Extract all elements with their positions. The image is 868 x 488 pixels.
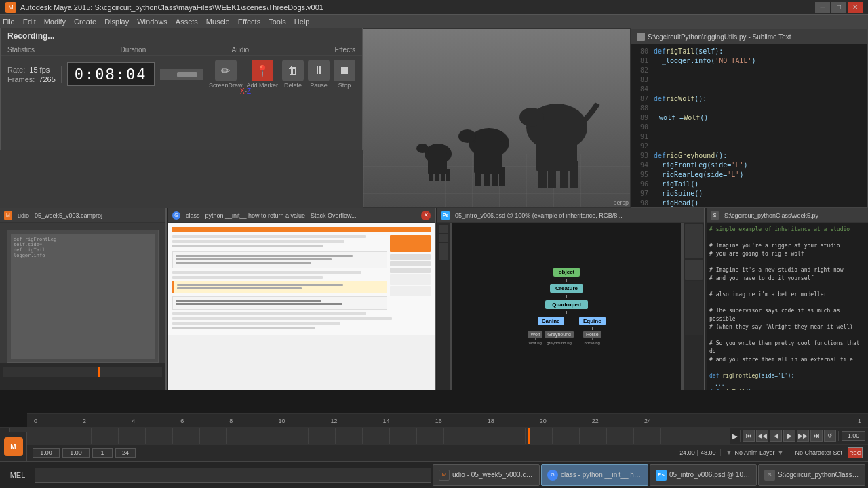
mel-label: MEL xyxy=(3,464,33,486)
no-character-set-section: No Character Set REC xyxy=(789,447,868,458)
frames-value: 7265 xyxy=(39,75,55,83)
screen-draw-button[interactable]: ✏ ScreenDraw xyxy=(209,60,243,89)
stats-label: Statistics xyxy=(7,46,35,54)
taskbar-item-chrome[interactable]: G class - python __init__ how to return … xyxy=(541,464,648,486)
sublime-text-window[interactable]: S:\cgcircuitPython\riggingUtils.py - Sub… xyxy=(631,28,868,208)
anim-layer-bar: 24.00 | 48.00 ▼ No Anim Layer ▼ No Chara… xyxy=(27,444,868,461)
maya-logo: M xyxy=(4,437,23,456)
diag-wolf-rig: wolf rig xyxy=(529,341,542,345)
transport-right-scroll[interactable]: ▶ xyxy=(730,432,740,440)
transport-bar: ◀ ▶ ⏮ ◀◀ ◀ ▶ ▶▶ ⏭ ↺ xyxy=(0,427,868,444)
current-frame-display[interactable] xyxy=(62,448,90,458)
rate-value: 15 fps xyxy=(29,66,50,74)
skip-to-start-button[interactable]: ⏮ xyxy=(743,430,755,442)
maya-3d-viewport[interactable]: persp xyxy=(363,28,631,208)
svg-rect-3 xyxy=(548,161,556,188)
taskbar-item-maya[interactable]: M udio - 05_week5_v003.camproj xyxy=(433,464,540,486)
stop-button[interactable]: ⏹ Stop xyxy=(334,60,355,89)
viewport-inner: persp xyxy=(363,29,630,207)
sublime-title: S:\cgcircuitPython\riggingUtils.py - Sub… xyxy=(648,33,791,41)
recording-timer: 0:08:04 xyxy=(67,62,155,86)
maya-corner-icon-area: M xyxy=(0,432,27,461)
diag-canine: Canine xyxy=(538,317,564,325)
next-frame-button[interactable]: ▶▶ xyxy=(797,430,809,442)
skip-to-end-button[interactable]: ⏭ xyxy=(810,430,823,442)
menu-muscle[interactable]: Muscle xyxy=(206,18,230,26)
window-titlebar: M Autodesk Maya 2015: S:\cgcircuit_pytho… xyxy=(0,0,868,15)
menu-tools[interactable]: Tools xyxy=(269,18,286,26)
menu-effects[interactable]: Effects xyxy=(238,18,260,26)
range-end-input[interactable] xyxy=(115,448,136,458)
svg-point-6 xyxy=(519,108,544,127)
no-anim-layer-label: No Anim Layer xyxy=(735,449,775,456)
thumb-maya-content: def rigFrontLeg self.side= def rigTail l… xyxy=(0,223,165,390)
svg-rect-9 xyxy=(475,167,481,186)
frame-num-input[interactable] xyxy=(92,448,113,458)
no-character-set-button[interactable]: REC xyxy=(848,447,863,458)
play-back-button[interactable]: ◀ xyxy=(770,430,782,442)
thumb-so-content xyxy=(168,223,435,336)
diag-wolf: Wolf xyxy=(528,331,542,338)
menu-modify[interactable]: Modify xyxy=(44,18,66,26)
no-character-set-label: No Character Set xyxy=(795,449,842,456)
playhead xyxy=(528,428,530,444)
thumb-ps-content: object Creature Quadruped Canine Wolf xyxy=(437,223,704,390)
speed-input[interactable] xyxy=(842,431,865,441)
recording-panel: ▶ Camtasia Recorder ─ ✕ Recording... Sta… xyxy=(0,15,363,150)
play-forward-button[interactable]: ▶ xyxy=(783,430,795,442)
recording-progress-fill xyxy=(177,72,197,77)
rate-label: Rate: xyxy=(7,66,25,74)
taskbar-chrome-label: class - python __init__ how to return a … xyxy=(561,471,642,479)
mel-input[interactable] xyxy=(35,468,431,483)
taskbar-item-sublime[interactable]: S S:\cgcircuit_pythonClass\week5.py xyxy=(758,464,865,486)
thumb-stackoverflow[interactable]: G class - python __init__ how to return … xyxy=(168,208,436,390)
taskbar-sublime-icon: S xyxy=(764,470,775,481)
diag-object: object xyxy=(553,268,580,277)
maya-menubar: File Edit Modify Create Display Windows … xyxy=(0,15,868,28)
menu-file[interactable]: File xyxy=(3,18,15,26)
delete-button[interactable]: 🗑 Delete xyxy=(282,60,304,89)
timeline-strip[interactable] xyxy=(10,428,730,444)
thumb-photoshop[interactable]: Ps 05_intro_v006.psd @ 100% (example of … xyxy=(437,208,705,390)
range-start-input[interactable] xyxy=(33,448,60,458)
thumb-so-title: class - python __init__ how to return a … xyxy=(186,212,418,219)
thumb-so-close[interactable]: ✕ xyxy=(421,211,431,220)
prev-frame-button[interactable]: ◀◀ xyxy=(756,430,768,442)
pause-button[interactable]: ⏸ Pause xyxy=(308,60,330,89)
maximize-button[interactable]: □ xyxy=(831,2,846,13)
timeline-numbers-bar: 0 2 4 6 8 10 12 14 16 18 20 22 24 1 xyxy=(27,413,868,427)
menu-create[interactable]: Create xyxy=(74,18,96,26)
menu-edit[interactable]: Edit xyxy=(23,18,36,26)
frame-range-left xyxy=(27,448,675,458)
svg-rect-2 xyxy=(538,161,547,188)
taskbar-ps-icon: Ps xyxy=(656,470,667,481)
svg-rect-10 xyxy=(484,167,490,186)
taskbar-maya-icon: M xyxy=(439,470,450,481)
thumb-sublime-small[interactable]: S S:\cgcircuit_pythonClass\week5.py # si… xyxy=(707,208,868,390)
menu-assets[interactable]: Assets xyxy=(176,18,198,26)
menu-windows[interactable]: Windows xyxy=(137,18,167,26)
dogs-silhouette xyxy=(363,29,630,207)
sublime-code-area[interactable]: 80def rigTail(self): 81_logger.info('NO … xyxy=(631,44,867,207)
loop-button[interactable]: ↺ xyxy=(824,430,836,442)
diag-equine: Equine xyxy=(579,317,606,325)
minimize-button[interactable]: ─ xyxy=(815,2,830,13)
diag-horse: Horse xyxy=(583,331,601,338)
thumb-ps-titlebar: Ps 05_intro_v006.psd @ 100% (example of … xyxy=(437,208,704,223)
thumb-so-titlebar: G class - python __init__ how to return … xyxy=(168,208,435,223)
taskbar-item-photoshop[interactable]: Ps 05_intro_v006.psd @ 100% (example of … xyxy=(650,464,757,486)
taskbar-chrome-icon: G xyxy=(547,470,558,481)
thumb-maya-title: udio - 05_week5_v003.camproj xyxy=(18,212,102,219)
svg-rect-19 xyxy=(446,169,450,181)
frames-label: Frames: xyxy=(7,75,35,83)
taskbar: MEL M udio - 05_week5_v003.camproj G cla… xyxy=(0,461,868,488)
diag-greyhound-rig: greyhound rig xyxy=(547,341,572,345)
thumb-sublime-content: # simple example of inheritance at a stu… xyxy=(707,223,868,390)
menu-help[interactable]: Help xyxy=(294,18,310,26)
axis-indicator: X-Z xyxy=(240,87,251,95)
thumb-maya-audio[interactable]: M udio - 05_week5_v003.camproj def rigFr… xyxy=(0,208,167,390)
add-marker-button[interactable]: 📍 Add Marker xyxy=(246,60,278,89)
close-button[interactable]: ✕ xyxy=(848,2,863,13)
menu-display[interactable]: Display xyxy=(104,18,129,26)
thumb-sublime-title-text: S:\cgcircuit_pythonClass\week5.py xyxy=(724,212,864,219)
